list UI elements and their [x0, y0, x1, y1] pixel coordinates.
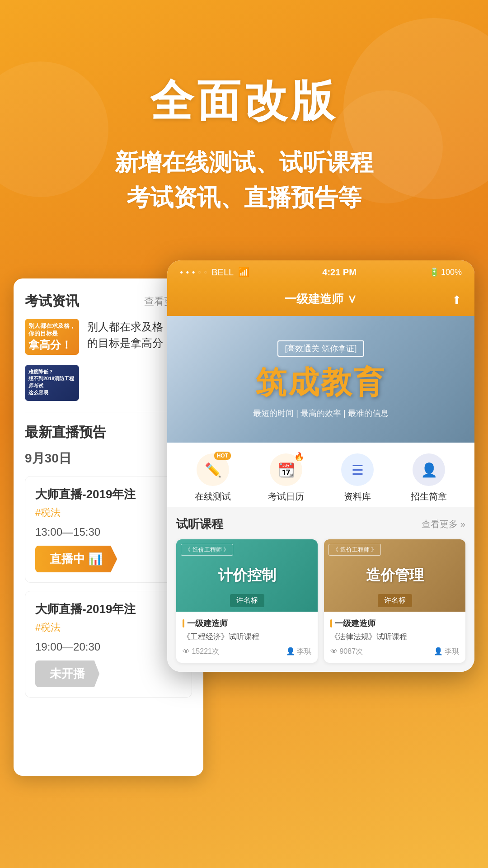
app-header-title: 一级建造师 ∨	[285, 291, 357, 307]
news-thumb-1: 别人都在求及格，你的目标是拿高分！	[25, 319, 79, 355]
enrollment-circle: 👤	[413, 453, 445, 486]
phone-mockup: ● ● ● ○ ○ BELL 📶 4:21 PM 🔋 100% 一级建造师 ∨ …	[167, 260, 474, 672]
signal-dot-3: ●	[192, 269, 195, 275]
mockup-area: 考试资讯 查看更多 » 别人都在求及格，你的目标是拿高分！ 别人都在求及格，你的…	[14, 260, 474, 776]
news-thumb-text-2: 难度降低？想不到2018消防工程师考试这么容易	[25, 365, 79, 400]
courses-title: 试听课程	[176, 516, 223, 532]
status-time: 4:21 PM	[322, 267, 357, 278]
banner-content: [高效通关 筑你拿证] 筑成教育 最短的时间 | 最高的效率 | 最准的信息	[253, 340, 388, 419]
hot-badge: HOT	[214, 452, 231, 460]
status-bar: ● ● ● ○ ○ BELL 📶 4:21 PM 🔋 100%	[167, 260, 474, 284]
course-thumb-1: 《 造价工程师 》 计价控制 许名标	[176, 539, 318, 612]
news-title: 考试资讯	[25, 292, 79, 311]
courses-header: 试听课程 查看更多 »	[176, 516, 465, 532]
icon-item-online-test[interactable]: ✏️ HOT 在线测试	[195, 453, 231, 503]
hero-subtitle-line2: 考试资讯、直播预告等	[127, 184, 361, 211]
carrier-label: BELL	[211, 267, 234, 278]
wifi-icon: 📶	[238, 267, 249, 278]
course-meta-1: 👁 15221次 👤 李琪	[183, 647, 311, 656]
news-thumb-text-1: 别人都在求及格，你的目标是拿高分！	[25, 319, 79, 355]
icon-item-exam-calendar[interactable]: 📆 🔥 考试日历	[268, 453, 304, 503]
share-icon[interactable]: ⬆	[452, 293, 462, 307]
course-tag-2: 一级建造师	[335, 618, 375, 629]
exam-calendar-label: 考试日历	[268, 491, 304, 503]
course-author-1: 许名标	[230, 594, 264, 607]
app-banner: [高效通关 筑你拿证] 筑成教育 最短的时间 | 最高的效率 | 最准的信息	[167, 316, 474, 443]
banner-sub: 最短的时间 | 最高的效率 | 最准的信息	[253, 408, 388, 419]
course-main-title-1: 计价控制	[218, 566, 276, 585]
banner-tag: [高效通关 筑你拿证]	[277, 340, 364, 357]
courses-section: 试听课程 查看更多 » 《 造价工程师 》 计价控制 许名标 一级建造师	[167, 507, 474, 672]
course-name-2: 《法律法规》试听课程	[330, 632, 459, 642]
status-signals: ● ● ● ○ ○ BELL 📶	[180, 267, 249, 278]
battery-percent: 100%	[441, 268, 462, 277]
live-item-2-btn[interactable]: 未开播	[35, 660, 99, 687]
hero-section: 全面改版 新增在线测试、试听课程 考试资讯、直播预告等	[0, 0, 488, 242]
live-item-1-time: 13:00—15:30	[35, 526, 182, 538]
resource-circle: ☰	[341, 453, 374, 486]
course-card-1[interactable]: 《 造价工程师 》 计价控制 许名标 一级建造师 《工程经济》试听课程 👁 15…	[176, 539, 318, 663]
signal-dot-1: ●	[180, 269, 183, 275]
live-title: 最新直播预告	[25, 423, 106, 442]
exam-calendar-icon: 📆	[278, 462, 295, 478]
course-tag-bar-1	[183, 619, 184, 627]
course-tag-1: 一级建造师	[187, 618, 228, 629]
live-item-2-time: 19:00—20:30	[35, 641, 182, 653]
app-header: 一级建造师 ∨ ⬆	[167, 284, 474, 316]
course-author-2: 许名标	[378, 594, 412, 607]
course-thumb-2: 《 造价工程师 》 造价管理 许名标	[324, 539, 465, 612]
course-badge-2: 《 造价工程师 》	[328, 544, 381, 556]
live-item-1-btn[interactable]: 直播中 📊	[35, 546, 117, 572]
course-info-2: 一级建造师 《法律法规》试听课程 👁 9087次 👤 李琪	[324, 612, 465, 663]
online-test-circle: ✏️ HOT	[197, 453, 229, 486]
course-meta-2: 👁 9087次 👤 李琪	[330, 647, 459, 656]
exam-calendar-circle: 📆 🔥	[270, 453, 302, 486]
course-views-2: 👁 9087次	[330, 647, 363, 656]
fire-badge: 🔥	[294, 452, 304, 462]
live-item-2-tag: #税法	[35, 621, 182, 634]
banner-title: 筑成教育	[253, 362, 388, 403]
live-item-2-title: 大师直播-2019年注	[35, 601, 182, 617]
bluetooth-icon: 🔋	[429, 267, 439, 277]
course-tag-line-2: 一级建造师	[330, 618, 459, 629]
signal-dot-2: ●	[186, 269, 189, 275]
courses-view-more[interactable]: 查看更多 »	[422, 518, 465, 530]
course-views-1: 👁 15221次	[183, 647, 219, 656]
battery-indicator: 🔋 100%	[429, 267, 462, 277]
online-test-label: 在线测试	[195, 491, 231, 503]
signal-dot-4: ○	[198, 269, 201, 275]
icon-grid: ✏️ HOT 在线测试 📆 🔥 考试日历 ☰ 资料库	[167, 443, 474, 507]
course-main-title-2: 造价管理	[366, 566, 424, 585]
course-tag-bar-2	[330, 619, 332, 627]
course-teacher-1: 👤 李琪	[286, 647, 311, 656]
course-info-1: 一级建造师 《工程经济》试听课程 👁 15221次 👤 李琪	[176, 612, 318, 663]
enrollment-icon: 👤	[421, 462, 437, 478]
course-name-1: 《工程经济》试听课程	[183, 632, 311, 642]
live-item-1-tag: #税法	[35, 506, 182, 519]
online-test-icon: ✏️	[205, 462, 221, 478]
course-card-2[interactable]: 《 造价工程师 》 造价管理 许名标 一级建造师 《法律法规》试听课程 👁 90…	[324, 539, 465, 663]
icon-item-enrollment[interactable]: 👤 招生简章	[411, 453, 447, 503]
resource-label: 资料库	[344, 491, 371, 503]
course-teacher-2: 👤 李琪	[434, 647, 459, 656]
course-tag-line-1: 一级建造师	[183, 618, 311, 629]
live-item-1-title: 大师直播-2019年注	[35, 486, 182, 502]
icon-item-resource[interactable]: ☰ 资料库	[341, 453, 374, 503]
courses-grid: 《 造价工程师 》 计价控制 许名标 一级建造师 《工程经济》试听课程 👁 15…	[176, 539, 465, 663]
news-thumb-2: 难度降低？想不到2018消防工程师考试这么容易	[25, 365, 79, 401]
enrollment-label: 招生简章	[411, 491, 447, 503]
resource-icon: ☰	[352, 462, 364, 478]
signal-dot-5: ○	[204, 269, 207, 275]
decorative-circle-2	[330, 90, 443, 203]
course-badge-1: 《 造价工程师 》	[181, 544, 233, 556]
